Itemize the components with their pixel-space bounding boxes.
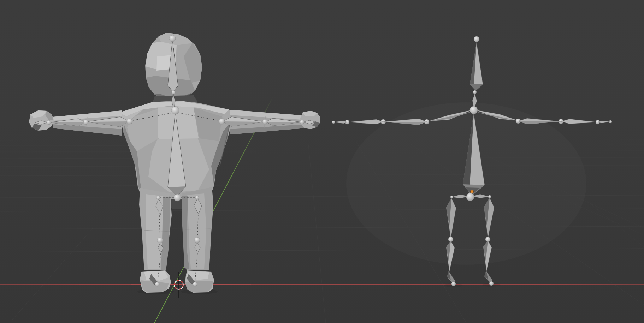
joint-sphere [194,237,200,243]
joint-sphere [195,196,199,199]
viewport-canvas[interactable] [0,0,644,323]
joint-sphere [193,282,197,286]
joint-sphere [262,119,267,124]
joint-sphere [169,35,176,42]
joint-sphere [473,90,477,94]
joint-sphere [470,106,478,114]
joint-sphere [466,193,474,201]
joint-sphere [489,281,494,286]
joint-sphere [127,119,132,124]
joint-sphere [47,120,51,125]
joint-sphere [451,282,456,286]
joint-sphere [155,282,159,286]
blender-3d-viewport[interactable] [0,0,644,323]
joint-sphere [172,91,175,94]
joint-sphere [300,120,304,124]
joint-sphere [485,237,490,242]
joint-sphere [219,119,225,124]
joint-sphere [171,107,179,114]
joint-sphere [448,237,453,242]
joint-sphere [156,196,160,199]
joint-sphere [474,36,479,42]
joint-sphere [157,238,163,243]
joint-sphere [83,120,88,125]
joint-sphere [174,194,181,201]
joint-sphere [488,195,491,198]
joint-sphere [450,196,453,198]
